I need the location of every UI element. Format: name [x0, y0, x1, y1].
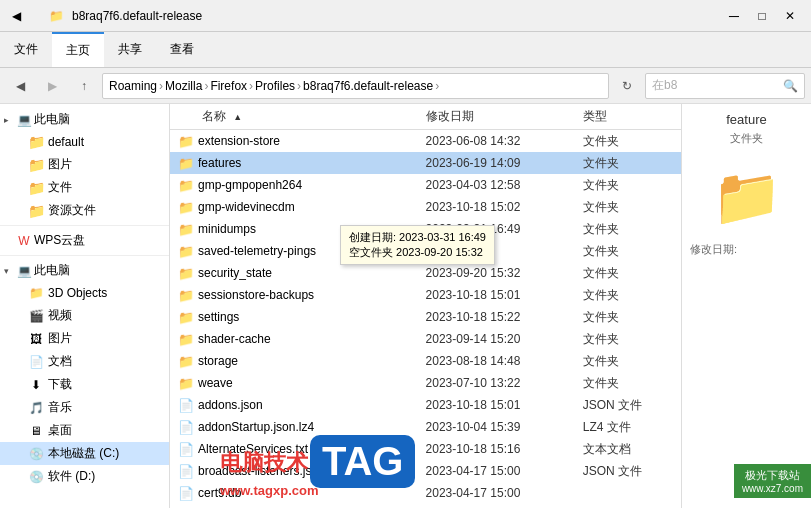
table-row[interactable]: 📄 compatibility.ini 2023-09-30 15:50 配置设… [170, 504, 681, 508]
table-row[interactable]: 📄 addonStartup.json.lz4 2023-10-04 15:39… [170, 416, 681, 438]
breadcrumb-profile[interactable]: b8raq7f6.default-release [303, 79, 433, 93]
table-row[interactable]: 📁 gmp-gmpopenh264 2023-04-03 12:58 文件夹 [170, 174, 681, 196]
breadcrumb-profiles[interactable]: Profiles [255, 79, 295, 93]
forward-button[interactable]: ▶ [38, 72, 66, 100]
table-row[interactable]: 📁 settings 2023-10-18 15:22 文件夹 [170, 306, 681, 328]
file-type-cell: JSON 文件 [583, 463, 681, 480]
ribbon: 文件 主页 共享 查看 [0, 32, 811, 68]
col-header-name[interactable]: 名称 ▲ [170, 108, 426, 125]
sidebar-label-desktop: 桌面 [48, 422, 72, 439]
table-row[interactable]: 📁 shader-cache 2023-09-14 15:20 文件夹 [170, 328, 681, 350]
preview-filetype: 文件夹 [730, 131, 763, 146]
tooltip-line2: 空文件夹 2023-09-20 15:32 [349, 245, 486, 260]
file-icon: 📁 [178, 332, 194, 347]
file-name-cell: 📄 addonStartup.json.lz4 [170, 420, 426, 435]
file-name-cell: 📄 addons.json [170, 398, 426, 413]
table-row[interactable]: 📁 extension-store 2023-06-08 14:32 文件夹 [170, 130, 681, 152]
minimize-button[interactable]: ─ [721, 6, 747, 26]
file-name: gmp-widevinecdm [198, 200, 295, 214]
table-row[interactable]: 📁 storage 2023-08-18 14:48 文件夹 [170, 350, 681, 372]
sidebar-item-default[interactable]: 📁 default [0, 131, 169, 153]
sort-arrow-name: ▲ [233, 112, 242, 122]
tab-share[interactable]: 共享 [104, 32, 156, 67]
sidebar-label-default: default [48, 135, 84, 149]
folder-icon: 📁 [28, 180, 44, 196]
preview-modified-label: 修改日期: [690, 242, 737, 257]
breadcrumb-mozilla[interactable]: Mozilla [165, 79, 202, 93]
close-button[interactable]: ✕ [777, 6, 803, 26]
breadcrumb-firefox[interactable]: Firefox [210, 79, 247, 93]
search-icon: 🔍 [783, 79, 798, 93]
sidebar-item-wps[interactable]: W WPS云盘 [0, 229, 169, 252]
tab-view[interactable]: 查看 [156, 32, 208, 67]
sidebar-item-pictures-top[interactable]: 📁 图片 [0, 153, 169, 176]
drive-c-icon: 💿 [28, 446, 44, 462]
file-name: addonStartup.json.lz4 [198, 420, 314, 434]
sidebar-item-desktop[interactable]: 🖥 桌面 [0, 419, 169, 442]
file-name-cell: 📁 sessionstore-backups [170, 288, 426, 303]
file-icon: 📁 [178, 134, 194, 149]
sidebar-label-pictures: 图片 [48, 156, 72, 173]
sidebar-item-this-pc-top[interactable]: ▸ 💻 此电脑 [0, 108, 169, 131]
file-date-cell: 2023-07-10 13:22 [426, 376, 583, 390]
file-name-cell: 📁 extension-store [170, 134, 426, 149]
sidebar-item-3d[interactable]: 📁 3D Objects [0, 282, 169, 304]
table-row[interactable]: 📁 security_state 2023-09-20 15:32 文件夹 [170, 262, 681, 284]
col-header-type[interactable]: 类型 [583, 108, 681, 125]
file-type-cell: 文件夹 [583, 375, 681, 392]
docs-icon: 📄 [28, 354, 44, 370]
up-button[interactable]: ↑ [70, 72, 98, 100]
sidebar-item-files[interactable]: 📁 文件 [0, 176, 169, 199]
sidebar-item-resources[interactable]: 📁 资源文件 [0, 199, 169, 222]
file-icon: 📁 [178, 222, 194, 237]
sidebar-label-files: 文件 [48, 179, 72, 196]
file-type-cell: 文件夹 [583, 221, 681, 238]
sidebar-item-video[interactable]: 🎬 视频 [0, 304, 169, 327]
col-header-date[interactable]: 修改日期 [426, 108, 583, 125]
file-icon: 📁 [178, 178, 194, 193]
preview-filename: feature [726, 112, 766, 127]
sep2: › [204, 79, 208, 93]
folder-icon: 📁 [28, 134, 44, 150]
folder-title-icon: 📁 [48, 8, 64, 24]
table-row[interactable]: 📁 weave 2023-07-10 13:22 文件夹 [170, 372, 681, 394]
sidebar-divider-1 [0, 225, 169, 226]
sidebar-item-pics[interactable]: 🖼 图片 [0, 327, 169, 350]
sidebar-label-video: 视频 [48, 307, 72, 324]
file-date-cell: 2023-06-08 14:32 [426, 134, 583, 148]
file-date-cell: 2023-04-17 15:00 [426, 486, 583, 500]
3d-icon: 📁 [28, 285, 44, 301]
refresh-button[interactable]: ↻ [613, 72, 641, 100]
back-button[interactable]: ◀ [6, 72, 34, 100]
file-name: sessionstore-backups [198, 288, 314, 302]
search-box[interactable]: 在b8 🔍 [645, 73, 805, 99]
table-row[interactable]: 📁 sessionstore-backups 2023-10-18 15:01 … [170, 284, 681, 306]
desktop-icon: 🖥 [28, 423, 44, 439]
sidebar-item-docs[interactable]: 📄 文档 [0, 350, 169, 373]
sep4: › [297, 79, 301, 93]
preview-folder-icon: 📁 [712, 164, 782, 230]
sidebar-item-drive-d[interactable]: 💿 软件 (D:) [0, 465, 169, 488]
table-row[interactable]: 📁 gmp-widevinecdm 2023-10-18 15:02 文件夹 [170, 196, 681, 218]
downloads-icon: ⬇ [28, 377, 44, 393]
sidebar-item-music[interactable]: 🎵 音乐 [0, 396, 169, 419]
sidebar-item-downloads[interactable]: ⬇ 下载 [0, 373, 169, 396]
table-row[interactable]: 📄 addons.json 2023-10-18 15:01 JSON 文件 [170, 394, 681, 416]
table-row[interactable]: 📁 features 2023-06-19 14:09 文件夹 [170, 152, 681, 174]
tab-home[interactable]: 主页 [52, 32, 104, 67]
breadcrumb-roaming[interactable]: Roaming [109, 79, 157, 93]
tab-file[interactable]: 文件 [0, 32, 52, 67]
file-icon: 📁 [178, 200, 194, 215]
file-name: shader-cache [198, 332, 271, 346]
file-icon: 📄 [178, 442, 194, 457]
file-name: settings [198, 310, 239, 324]
maximize-button[interactable]: □ [749, 6, 775, 26]
sidebar-label-drive-c: 本地磁盘 (C:) [48, 445, 119, 462]
file-name: minidumps [198, 222, 256, 236]
breadcrumb[interactable]: Roaming › Mozilla › Firefox › Profiles ›… [102, 73, 609, 99]
sidebar-item-drive-c[interactable]: 💿 本地磁盘 (C:) [0, 442, 169, 465]
file-icon: 📁 [178, 244, 194, 259]
sidebar-item-this-pc[interactable]: ▾ 💻 此电脑 [0, 259, 169, 282]
file-type-cell: 文件夹 [583, 309, 681, 326]
tooltip: 创建日期: 2023-03-31 16:49 空文件夹 2023-09-20 1… [340, 225, 495, 265]
